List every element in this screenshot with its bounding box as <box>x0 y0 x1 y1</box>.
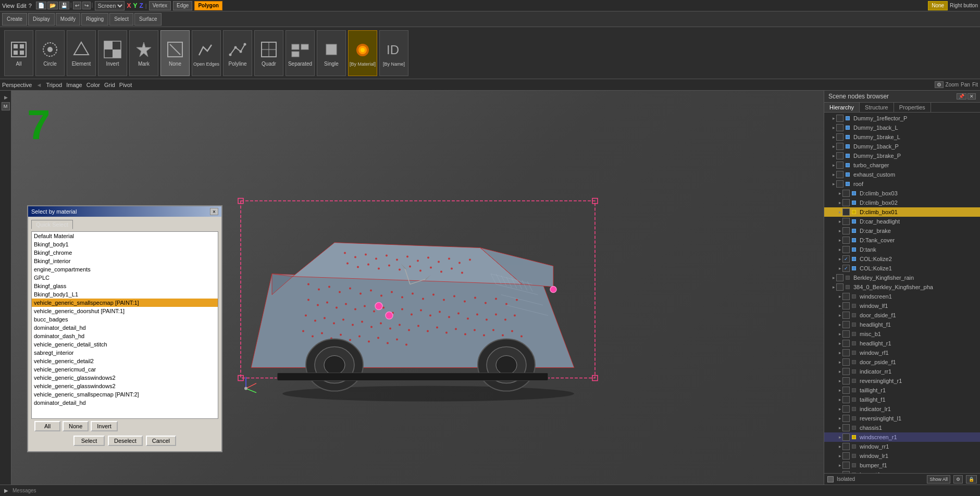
tree-checkbox[interactable] <box>842 199 850 206</box>
undo-icon[interactable]: ↩ <box>73 2 81 9</box>
tree-item[interactable]: ▸ door_pside_f1 <box>824 357 980 367</box>
sel-btn-separated[interactable]: Separated <box>286 30 315 76</box>
tree-checkbox[interactable] <box>842 368 850 375</box>
tree-item[interactable]: ▸ taillight_r1 <box>824 386 980 395</box>
modify-btn[interactable]: Modify <box>56 13 80 26</box>
tree-item[interactable]: ▸ taillight_f1 <box>824 395 980 404</box>
material-item[interactable]: vehicle_generic_doorshut [PAINT:1] <box>32 307 218 315</box>
sel-btn-circle[interactable]: Circle <box>35 30 65 76</box>
left-icon1[interactable]: ▶ <box>3 95 8 100</box>
tree-item[interactable]: ▸ Dummy_1back_L <box>824 123 980 132</box>
tree-checkbox[interactable] <box>842 405 850 413</box>
sel-btn-by-material[interactable]: [By Material] <box>348 30 377 76</box>
deselect-button[interactable]: Deselect <box>108 436 143 446</box>
tree-item[interactable]: ▸ Dummy_1reflector_P <box>824 114 980 123</box>
tree-checkbox[interactable] <box>842 415 850 422</box>
viewport[interactable]: 7 <box>11 91 824 485</box>
tree-checkbox[interactable] <box>842 358 850 366</box>
tree-checkbox[interactable] <box>836 162 843 169</box>
tab-hierarchy[interactable]: Hierarchy <box>824 103 860 112</box>
material-item[interactable]: sabregt_interior <box>32 349 218 357</box>
sel-btn-invert[interactable]: Invert <box>98 30 127 76</box>
tree-item[interactable]: ▸✓COL:Kolize2 <box>824 254 980 264</box>
tree-item[interactable]: ▸ misc_b1 <box>824 329 980 339</box>
tree-item[interactable]: ▸ window_lr1 <box>824 451 980 461</box>
material-item[interactable]: dominator_dash_hd <box>32 332 218 340</box>
create-btn[interactable]: Create <box>2 13 27 26</box>
tree-checkbox[interactable] <box>842 190 850 197</box>
tree-item[interactable]: ▸ Dummy_1back_P <box>824 142 980 151</box>
tree-item[interactable]: ▸ headlight_f1 <box>824 320 980 329</box>
select-button[interactable]: Select <box>73 436 105 446</box>
tree-item[interactable]: ▸ roof <box>824 179 980 189</box>
edge-mode-btn[interactable]: Edge <box>173 1 192 10</box>
tree-checkbox[interactable] <box>842 302 850 309</box>
tree-checkbox[interactable] <box>842 349 850 356</box>
quick-select-tab[interactable]: Quick Select <box>31 220 73 229</box>
tree-checkbox[interactable] <box>842 377 850 385</box>
tree-checkbox[interactable] <box>842 424 850 431</box>
tree-item[interactable]: ▸ window_rf1 <box>824 348 980 357</box>
tree-checkbox[interactable] <box>842 396 850 403</box>
material-item[interactable]: Bkingf_chrome <box>32 249 218 257</box>
material-item[interactable]: Bkingf_body1 <box>32 240 218 249</box>
tab-properties[interactable]: Properties <box>894 103 931 112</box>
tree-checkbox[interactable] <box>842 443 850 450</box>
tree-item[interactable]: ▸ turbo_charger <box>824 160 980 170</box>
material-item[interactable]: dominator_detail_hd <box>32 399 218 407</box>
material-item[interactable]: Bkingf_interior <box>32 257 218 265</box>
tree-checkbox[interactable] <box>836 180 843 188</box>
material-item[interactable]: dominator_detail_hd <box>32 324 218 332</box>
tree-item[interactable]: ▸ indicator_rr1 <box>824 367 980 376</box>
sel-btn-all[interactable]: All <box>4 30 33 76</box>
view-pivot[interactable]: Pivot <box>119 82 132 88</box>
tree-checkbox[interactable] <box>842 462 850 469</box>
tree-item[interactable]: ▸ windscreen_r1 <box>824 432 980 442</box>
tree-checkbox[interactable] <box>842 218 850 225</box>
tree-item[interactable]: ▸ window_rr1 <box>824 442 980 451</box>
tree-checkbox[interactable] <box>842 340 850 347</box>
surface-btn[interactable]: Surface <box>134 13 162 26</box>
material-item[interactable]: Bkingf_glass <box>32 282 218 290</box>
screen-selector[interactable]: Screen Full <box>95 1 125 10</box>
tree-item[interactable]: ▸✓COL:Kolize1 <box>824 264 980 273</box>
rigging-btn[interactable]: Rigging <box>81 13 108 26</box>
menu-edit[interactable]: Edit <box>17 3 27 9</box>
menu-help[interactable]: ? <box>29 3 32 9</box>
tree-checkbox[interactable] <box>842 312 850 319</box>
menu-view[interactable]: View <box>2 3 15 9</box>
save-icon[interactable]: 💾 <box>59 2 69 9</box>
tree-item[interactable]: ▸ D:car_brake <box>824 226 980 235</box>
tree-item[interactable]: ▸ exhaust_custom <box>824 170 980 179</box>
redo-icon[interactable]: ↪ <box>82 2 91 9</box>
tree-item[interactable]: ▸ D:Tank_cover <box>824 235 980 245</box>
tree-checkbox[interactable] <box>842 227 850 234</box>
sel-btn-open-edges[interactable]: Open Edges <box>192 30 221 76</box>
material-item[interactable]: GPLC <box>32 274 218 282</box>
tree-checkbox[interactable] <box>842 452 850 460</box>
tree-item[interactable]: ▸ door_dside_f1 <box>824 311 980 320</box>
material-item[interactable]: vehicle_generic_smallspecmap [PAINT:2] <box>32 390 218 399</box>
show-all-button[interactable]: Show All <box>927 475 950 483</box>
tree-item[interactable]: ▸ D:climb_box03 <box>824 189 980 198</box>
material-item[interactable]: vehicle_generic_glasswindows2 <box>32 374 218 382</box>
material-item[interactable]: vehicle_genericmud_car <box>32 365 218 374</box>
tree-item[interactable]: ▸ reversinglight_l1 <box>824 414 980 423</box>
polygon-mode-btn[interactable]: Polygon <box>194 1 222 10</box>
tree-item[interactable]: ▸ window_lf1 <box>824 301 980 311</box>
view-tripod[interactable]: Tripod <box>46 82 62 88</box>
tree-checkbox[interactable] <box>836 283 843 291</box>
sel-btn-single[interactable]: Single <box>317 30 346 76</box>
sel-btn-quadr[interactable]: Quadr <box>254 30 283 76</box>
viewport-icon1[interactable]: ⚙ <box>935 81 944 88</box>
none-mat-button[interactable]: None <box>63 421 89 431</box>
tree-item[interactable]: ▸ chassis1 <box>824 423 980 432</box>
scene-pin-btn[interactable]: 📌 <box>957 93 966 100</box>
material-item[interactable]: engine_compartments <box>32 265 218 274</box>
material-item[interactable]: vehicle_generic_detail2 <box>32 357 218 365</box>
sel-btn-polyline[interactable]: Polyline <box>223 30 252 76</box>
sel-btn-by-name[interactable]: ID [By Name] <box>379 30 408 76</box>
tree-item[interactable]: ▸ headlight_r1 <box>824 339 980 348</box>
view-image[interactable]: Image <box>66 82 82 88</box>
tree-checkbox[interactable]: ✓ <box>842 265 850 272</box>
